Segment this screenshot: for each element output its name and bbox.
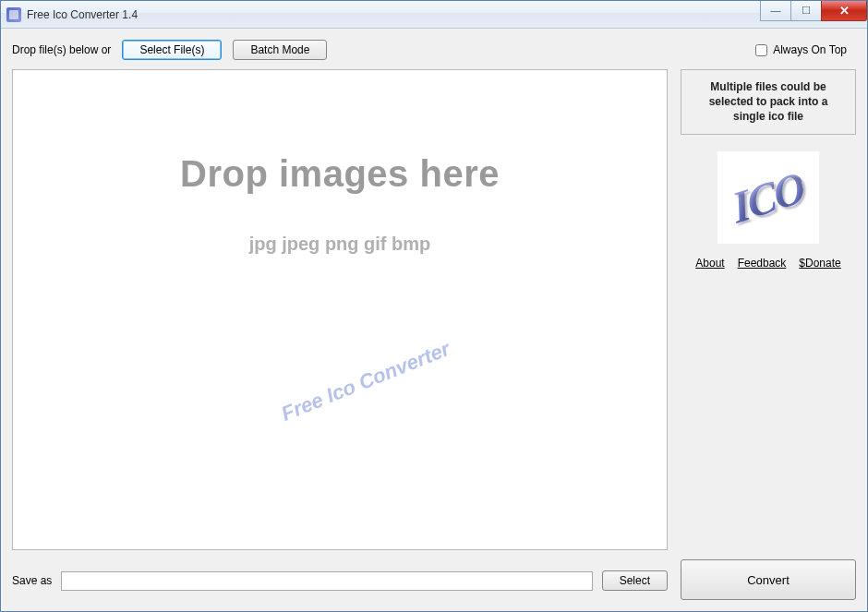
dropzone-title: Drop images here <box>180 153 500 195</box>
logo-text: ICO <box>729 161 809 234</box>
dropzone[interactable]: Drop images here jpg jpeg png gif bmp Fr… <box>12 69 668 550</box>
tip-box: Multiple files could be selected to pack… <box>681 69 856 135</box>
maximize-icon: ☐ <box>802 6 811 16</box>
always-on-top-group: Always On Top <box>755 43 856 56</box>
logo: ICO <box>717 151 819 244</box>
bottom-area: Save as Select Convert <box>12 559 856 600</box>
dropzone-formats: jpg jpeg png gif bmp <box>249 234 431 255</box>
minimize-icon: — <box>771 6 781 16</box>
window-controls: — ☐ ✕ <box>761 1 867 21</box>
maximize-button[interactable]: ☐ <box>790 1 822 21</box>
always-on-top-checkbox[interactable] <box>755 44 767 56</box>
drop-label: Drop file(s) below or <box>12 43 111 56</box>
close-button[interactable]: ✕ <box>821 1 867 21</box>
close-icon: ✕ <box>839 5 850 17</box>
body-row: Drop images here jpg jpeg png gif bmp Fr… <box>12 69 856 550</box>
saveas-row: Save as Select <box>12 570 668 600</box>
saveas-input[interactable] <box>61 571 592 591</box>
client-area: Drop file(s) below or Select File(s) Bat… <box>1 29 867 611</box>
saveas-label: Save as <box>12 574 52 587</box>
about-link[interactable]: About <box>695 257 724 270</box>
feedback-link[interactable]: Feedback <box>738 257 787 270</box>
links: About Feedback $Donate <box>681 257 856 270</box>
toolbar: Drop file(s) below or Select File(s) Bat… <box>12 38 856 62</box>
sidebar: Multiple files could be selected to pack… <box>681 69 856 550</box>
app-icon <box>6 7 21 22</box>
dropzone-content: Drop images here jpg jpeg png gif bmp <box>13 70 667 549</box>
batch-mode-button[interactable]: Batch Mode <box>233 40 327 60</box>
window-title: Free Ico Converter 1.4 <box>27 8 138 21</box>
select-files-button[interactable]: Select File(s) <box>122 40 222 60</box>
titlebar: Free Ico Converter 1.4 — ☐ ✕ <box>1 1 867 29</box>
window: Free Ico Converter 1.4 — ☐ ✕ Drop file(s… <box>0 0 868 612</box>
convert-column: Convert <box>681 559 856 600</box>
select-path-button[interactable]: Select <box>602 570 668 591</box>
minimize-button[interactable]: — <box>760 1 791 21</box>
always-on-top-label: Always On Top <box>773 43 847 56</box>
convert-button[interactable]: Convert <box>681 559 856 600</box>
donate-link[interactable]: $Donate <box>799 257 840 270</box>
